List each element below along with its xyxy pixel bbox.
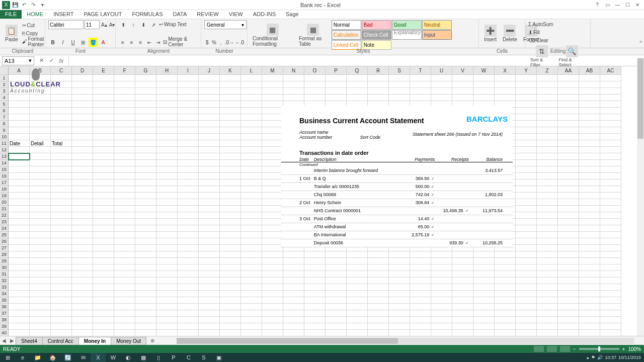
cell-G26[interactable]: [135, 238, 156, 245]
bold-button[interactable]: B: [48, 38, 57, 47]
cell-Y19[interactable]: [516, 193, 537, 199]
cell-Y9[interactable]: [516, 127, 537, 134]
cell-K33[interactable]: [220, 284, 241, 291]
cell-D4[interactable]: [72, 95, 93, 101]
cell-AA11[interactable]: [558, 140, 579, 147]
cell-H34[interactable]: [156, 291, 178, 297]
cell-J25[interactable]: [199, 232, 220, 238]
cell-H27[interactable]: [156, 245, 178, 251]
cell-S36[interactable]: [389, 304, 410, 310]
cell-A9[interactable]: [9, 127, 30, 134]
cell-F21[interactable]: [114, 206, 135, 212]
cell-E30[interactable]: [93, 264, 114, 271]
cell-J3[interactable]: [199, 88, 220, 95]
vertical-scrollbar[interactable]: [637, 58, 644, 336]
cell-AA7[interactable]: [558, 114, 579, 121]
cell-C39[interactable]: [51, 323, 72, 330]
cell-X36[interactable]: [495, 304, 516, 310]
cell-Z36[interactable]: [537, 304, 558, 310]
cell-W35[interactable]: [473, 297, 495, 304]
cell-I13[interactable]: [178, 153, 199, 160]
cell-Y33[interactable]: [516, 284, 537, 291]
row-header-33[interactable]: 33: [0, 284, 9, 291]
cell-I4[interactable]: [178, 95, 199, 101]
cell-M37[interactable]: [262, 310, 283, 317]
cell-J9[interactable]: [199, 127, 220, 134]
cell-B8[interactable]: [30, 121, 51, 127]
cell-G2[interactable]: [135, 81, 156, 88]
cell-D36[interactable]: [72, 304, 93, 310]
cell-R31[interactable]: [368, 271, 389, 278]
cell-L22[interactable]: [241, 212, 262, 219]
cell-B25[interactable]: [30, 232, 51, 238]
cell-AC39[interactable]: [600, 323, 621, 330]
cell-C12[interactable]: [51, 147, 72, 153]
cell-L12[interactable]: [241, 147, 262, 153]
cell-C5[interactable]: [51, 101, 72, 108]
cell-Y6[interactable]: [516, 108, 537, 114]
row-header-2[interactable]: 2: [0, 81, 9, 88]
cell-N31[interactable]: [283, 271, 304, 278]
cell-H9[interactable]: [156, 127, 178, 134]
cell-A14[interactable]: [9, 160, 30, 166]
cell-M28[interactable]: [262, 251, 283, 258]
cell-N37[interactable]: [283, 310, 304, 317]
cell-J14[interactable]: [199, 160, 220, 166]
row-header-4[interactable]: 4: [0, 95, 9, 101]
cell-D29[interactable]: [72, 258, 93, 264]
cell-L27[interactable]: [241, 245, 262, 251]
cell-R28[interactable]: [368, 251, 389, 258]
decrease-decimal-icon[interactable]: ←.0: [235, 38, 244, 47]
cell-O28[interactable]: [304, 251, 326, 258]
col-header-K[interactable]: K: [220, 66, 241, 74]
cell-D1[interactable]: [72, 75, 93, 81]
cell-AA3[interactable]: [558, 88, 579, 95]
cell-Y26[interactable]: [516, 238, 537, 245]
maximize-icon[interactable]: ☐: [623, 1, 632, 9]
cell-L9[interactable]: [241, 127, 262, 134]
cell-J13[interactable]: [199, 153, 220, 160]
cell-S3[interactable]: [389, 88, 410, 95]
cell-J11[interactable]: [199, 140, 220, 147]
cell-L7[interactable]: [241, 114, 262, 121]
cell-U2[interactable]: [431, 81, 452, 88]
cell-Q38[interactable]: [347, 317, 368, 323]
spreadsheet-grid[interactable]: ABCDEFGHIJKLMNOPQRSTUVWXYZAAABAC 1234567…: [0, 66, 644, 347]
cell-I23[interactable]: [178, 219, 199, 225]
cell-L8[interactable]: [241, 121, 262, 127]
cell-L30[interactable]: [241, 264, 262, 271]
cell-AB19[interactable]: [579, 193, 600, 199]
cell-AC25[interactable]: [600, 232, 621, 238]
cell-AA29[interactable]: [558, 258, 579, 264]
cell-C25[interactable]: [51, 232, 72, 238]
cell-E4[interactable]: [93, 95, 114, 101]
cell-D11[interactable]: [72, 140, 93, 147]
cell-H6[interactable]: [156, 108, 178, 114]
cell-Z34[interactable]: [537, 291, 558, 297]
cell-M2[interactable]: [262, 81, 283, 88]
cell-L13[interactable]: [241, 153, 262, 160]
cell-I15[interactable]: [178, 166, 199, 173]
cell-J39[interactable]: [199, 323, 220, 330]
cell-U38[interactable]: [431, 317, 452, 323]
cell-AB4[interactable]: [579, 95, 600, 101]
cell-AC21[interactable]: [600, 206, 621, 212]
cell-H12[interactable]: [156, 147, 178, 153]
cell-I38[interactable]: [178, 317, 199, 323]
cell-M14[interactable]: [262, 160, 283, 166]
sheet-tab-money-in[interactable]: Money In: [78, 337, 111, 345]
cell-R38[interactable]: [368, 317, 389, 323]
cell-R37[interactable]: [368, 310, 389, 317]
cell-S39[interactable]: [389, 323, 410, 330]
cell-V1[interactable]: [452, 75, 473, 81]
cell-M39[interactable]: [262, 323, 283, 330]
cell-S2[interactable]: [389, 81, 410, 88]
align-left-icon[interactable]: ≡: [119, 38, 127, 47]
col-header-X[interactable]: X: [495, 66, 516, 74]
cell-C32[interactable]: [51, 278, 72, 284]
col-header-N[interactable]: N: [283, 66, 304, 74]
cell-J4[interactable]: [199, 95, 220, 101]
cell-K28[interactable]: [220, 251, 241, 258]
cell-C19[interactable]: [51, 193, 72, 199]
cell-B7[interactable]: [30, 114, 51, 121]
